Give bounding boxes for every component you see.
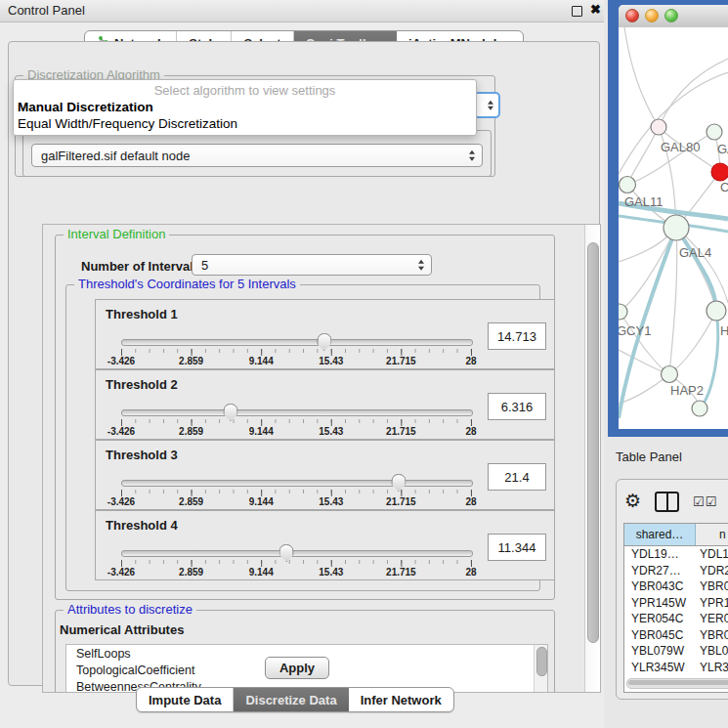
table-panel-title: Table Panel	[616, 450, 682, 464]
table-header-row: shared… n	[624, 524, 728, 546]
num-intervals-label: Number of Intervals	[81, 259, 200, 274]
table-row[interactable]: YDR27…YDR2	[624, 563, 728, 579]
settings-vertical-scrollbar[interactable]	[584, 225, 600, 692]
slider-ticks	[121, 349, 472, 356]
dropdown-item-equal-width-frequency[interactable]: Equal Width/Frequency Discretization	[18, 116, 237, 131]
combo-arrows-icon	[469, 150, 475, 161]
settings-scrollpane: Interval Definition Number of Intervals …	[42, 224, 601, 693]
table-data-group: Table Data galFiltered.sif default node	[22, 130, 492, 177]
threshold-2-value-field[interactable]: 6.316	[488, 393, 546, 420]
network-window-titlebar[interactable]	[619, 5, 728, 28]
slider-ticks	[121, 490, 472, 496]
close-traffic-light[interactable]	[625, 9, 639, 22]
slider-ticks	[121, 560, 472, 567]
threshold-4-slider[interactable]	[121, 550, 473, 557]
network-node[interactable]	[692, 401, 707, 416]
table-row[interactable]: YBL079WYBL0	[624, 643, 728, 660]
svg-text:H: H	[720, 323, 728, 338]
cyni-toolbox-content: Discretization Algorithm Table Data galF…	[8, 41, 600, 686]
list-scrollbar[interactable]	[534, 645, 547, 693]
slider-scale: -3.4262.8599.14415.4321.71528	[121, 496, 471, 508]
slider-scale: -3.4262.8599.14415.4321.71528	[121, 567, 471, 578]
table-panel-toolbar: ⚙ ☑☑	[624, 488, 728, 515]
threshold-coordinates-title: Threshold's Coordinates for 5 Intervals	[74, 277, 300, 291]
table-horizontal-scrollbar[interactable]	[626, 678, 728, 689]
threshold-3-box: Threshold 3 -3.4262.8599.14415.4321.7152…	[95, 440, 555, 510]
table-row[interactable]: YBR043CYBR0	[624, 578, 728, 595]
threshold-1-box: Threshold 1 -3.4262.8599.14415.4321.7152…	[95, 299, 555, 369]
svg-text:GCY1: GCY1	[619, 323, 651, 338]
network-node[interactable]	[707, 124, 722, 140]
threshold-1-label: Threshold 1	[106, 307, 178, 321]
attributes-group: Attributes to discretize Numerical Attri…	[55, 610, 555, 693]
attributes-group-title: Attributes to discretize	[64, 602, 196, 617]
column-header-shared[interactable]: shared…	[624, 524, 696, 545]
network-node[interactable]	[664, 215, 689, 240]
table-row[interactable]: YLR345WYLR3	[624, 660, 728, 676]
network-node[interactable]	[707, 301, 726, 321]
table-panel: ⚙ ☑☑ shared… n YDL19…YDL1 YDR27…YDR2 YBR…	[616, 479, 728, 700]
dropdown-item-manual-discretization[interactable]: Manual Discretization	[18, 100, 153, 114]
num-intervals-value: 5	[201, 258, 208, 273]
threshold-1-slider[interactable]	[121, 339, 473, 346]
table-data-value: galFiltered.sif default node	[41, 149, 190, 163]
panel-title: Control Panel	[8, 3, 85, 18]
algorithm-combobox[interactable]	[473, 92, 500, 118]
control-panel: Control Panel ✖ Network Style Select Cyn…	[0, 0, 604, 728]
network-node-selected[interactable]	[711, 163, 728, 181]
svg-text:C: C	[720, 180, 728, 194]
svg-text:GAL80: GAL80	[661, 140, 700, 154]
interval-definition-group: Interval Definition Number of Intervals …	[55, 235, 555, 600]
slider-ticks	[121, 419, 472, 426]
node-table[interactable]: shared… n YDL19…YDL1 YDR27…YDR2 YBR043CY…	[623, 523, 728, 693]
table-row[interactable]: YDL19…YDL1	[624, 546, 728, 563]
numerical-attributes-heading: Numerical Attributes	[60, 622, 184, 637]
column-layout-icon[interactable]	[655, 492, 679, 512]
svg-text:GA: GA	[717, 142, 728, 156]
tab-infer-network[interactable]: Infer Network	[349, 688, 453, 711]
tab-impute-data[interactable]: Impute Data	[137, 688, 234, 711]
table-row[interactable]: YBR045CYBR0	[624, 627, 728, 644]
float-window-icon[interactable]	[572, 6, 582, 17]
checkbox-icons[interactable]: ☑☑	[693, 494, 717, 509]
column-header-name[interactable]: n	[696, 524, 728, 545]
network-node[interactable]	[651, 119, 666, 135]
tab-discretize-data[interactable]: Discretize Data	[234, 688, 348, 711]
svg-text:HAP2: HAP2	[670, 383, 704, 398]
combo-arrows-icon	[488, 100, 493, 110]
threshold-3-label: Threshold 3	[106, 448, 178, 462]
threshold-1-value-field[interactable]: 14.713	[488, 322, 546, 350]
network-graph: GAL80 GA C GAL11 GAL4 GCY1 H HAP2	[619, 27, 728, 429]
num-intervals-combobox[interactable]: 5	[192, 254, 432, 276]
slider-scale: -3.4262.8599.14415.4321.71528	[121, 426, 471, 438]
svg-text:GAL4: GAL4	[679, 245, 711, 260]
screen: Control Panel ✖ Network Style Select Cyn…	[0, 0, 728, 728]
table-data-combobox[interactable]: galFiltered.sif default node	[31, 144, 483, 167]
table-row[interactable]: YER054CYER0	[624, 611, 728, 627]
network-view-window: GAL80 GA C GAL11 GAL4 GCY1 H HAP2	[608, 0, 728, 437]
slider-scale: -3.4262.8599.14415.4321.71528	[121, 356, 471, 367]
minimize-traffic-light[interactable]	[645, 9, 659, 22]
apply-button[interactable]: Apply	[265, 657, 329, 679]
network-canvas[interactable]: GAL80 GA C GAL11 GAL4 GCY1 H HAP2	[619, 27, 728, 429]
threshold-2-label: Threshold 2	[106, 377, 178, 392]
gear-icon[interactable]: ⚙	[624, 492, 641, 511]
threshold-4-label: Threshold 4	[106, 518, 178, 533]
threshold-3-value-field[interactable]: 21.4	[488, 463, 546, 491]
network-node[interactable]	[662, 366, 678, 383]
threshold-2-box: Threshold 2 -3.4262.8599.14415.4321.7152…	[95, 369, 555, 440]
threshold-3-slider[interactable]	[121, 480, 473, 487]
close-icon[interactable]: ✖	[590, 2, 601, 17]
control-panel-titlebar: Control Panel ✖	[0, 0, 604, 22]
threshold-4-value-field[interactable]: 11.344	[488, 534, 546, 561]
combo-arrows-icon	[418, 260, 424, 271]
dropdown-prompt: Select algorithm to view settings	[14, 83, 476, 98]
interval-definition-title: Interval Definition	[64, 227, 169, 241]
threshold-4-box: Threshold 4 -3.4262.8599.14415.4321.7152…	[95, 510, 555, 580]
threshold-coordinates-group: Threshold's Coordinates for 5 Intervals …	[65, 284, 540, 591]
zoom-traffic-light[interactable]	[664, 9, 678, 22]
threshold-2-slider[interactable]	[121, 409, 473, 416]
svg-text:GAL11: GAL11	[624, 194, 664, 209]
network-node[interactable]	[620, 177, 636, 193]
table-row[interactable]: YPR145WYPR1	[624, 595, 728, 612]
